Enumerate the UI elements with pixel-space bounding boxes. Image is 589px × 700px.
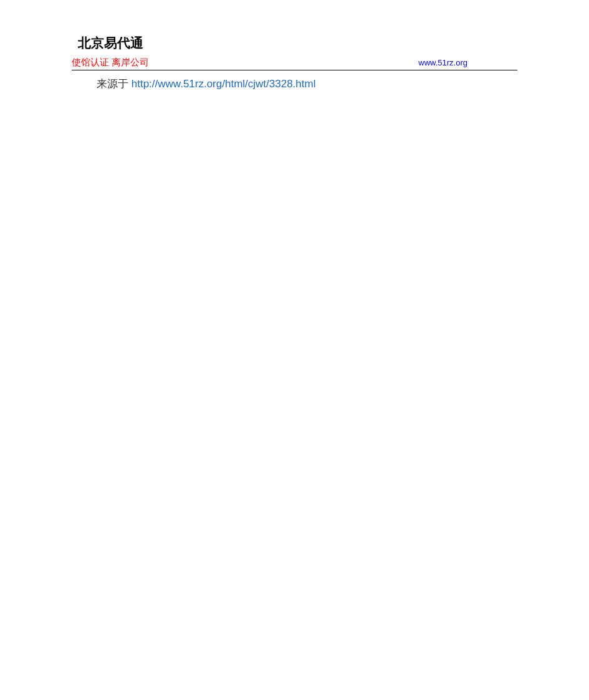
source-prefix: 来源于 xyxy=(97,78,132,90)
subheader-left-text: 使馆认证 离岸公司 xyxy=(72,57,149,69)
subheader-right-link[interactable]: www.51rz.org xyxy=(418,58,467,67)
source-line: 来源于 http://www.51rz.org/html/cjwt/3328.h… xyxy=(97,77,517,91)
subheader-row: 使馆认证 离岸公司 www.51rz.org xyxy=(72,57,517,70)
page-title: 北京易代通 xyxy=(78,34,517,52)
source-url-link[interactable]: http://www.51rz.org/html/cjwt/3328.html xyxy=(132,78,316,90)
document-page: 北京易代通 使馆认证 离岸公司 www.51rz.org 来源于 http://… xyxy=(0,0,589,91)
